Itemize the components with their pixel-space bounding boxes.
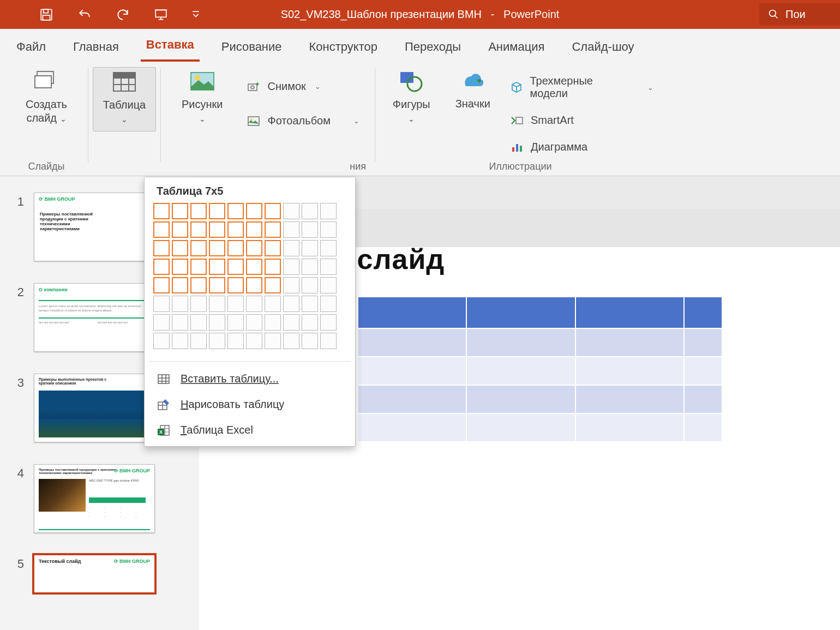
tab-insert[interactable]: Вставка xyxy=(141,33,200,62)
grid-cell[interactable] xyxy=(172,259,188,275)
grid-cell[interactable] xyxy=(246,240,262,256)
undo-icon[interactable] xyxy=(76,7,93,23)
screenshot-button[interactable]: Снимок⌄ xyxy=(244,77,362,96)
grid-cell[interactable] xyxy=(190,240,207,256)
grid-cell[interactable] xyxy=(302,259,318,275)
redo-icon[interactable] xyxy=(115,7,131,23)
insert-table-menuitem[interactable]: Вставить таблицу... xyxy=(145,366,355,392)
grid-cell[interactable] xyxy=(209,314,225,331)
tab-draw[interactable]: Рисование xyxy=(216,35,287,62)
tab-animations[interactable]: Анимация xyxy=(483,35,550,62)
grid-cell[interactable] xyxy=(265,203,281,219)
icons-button[interactable]: Значки xyxy=(447,67,500,157)
grid-cell[interactable] xyxy=(265,277,281,293)
grid-cell[interactable] xyxy=(302,240,318,256)
grid-cell[interactable] xyxy=(153,203,170,219)
grid-cell[interactable] xyxy=(246,259,262,275)
grid-cell[interactable] xyxy=(265,333,281,349)
grid-cell[interactable] xyxy=(283,333,299,349)
grid-cell[interactable] xyxy=(246,314,262,331)
table-size-picker[interactable] xyxy=(145,203,355,357)
grid-cell[interactable] xyxy=(302,333,318,349)
grid-cell[interactable] xyxy=(246,203,262,219)
grid-cell[interactable] xyxy=(172,296,188,312)
grid-cell[interactable] xyxy=(246,221,262,238)
grid-cell[interactable] xyxy=(302,221,318,238)
grid-cell[interactable] xyxy=(227,240,244,256)
grid-cell[interactable] xyxy=(320,259,337,275)
grid-cell[interactable] xyxy=(190,221,207,238)
grid-cell[interactable] xyxy=(265,314,281,331)
grid-cell[interactable] xyxy=(227,221,244,238)
grid-cell[interactable] xyxy=(265,221,281,238)
tab-home[interactable]: Главная xyxy=(68,35,124,62)
tab-slideshow[interactable]: Слайд-шоу xyxy=(566,35,639,62)
grid-cell[interactable] xyxy=(153,314,170,331)
grid-cell[interactable] xyxy=(190,277,207,293)
present-icon[interactable] xyxy=(153,7,169,23)
grid-cell[interactable] xyxy=(153,277,170,293)
grid-cell[interactable] xyxy=(172,221,188,238)
grid-cell[interactable] xyxy=(246,277,262,293)
grid-cell[interactable] xyxy=(209,240,225,256)
grid-cell[interactable] xyxy=(190,203,207,219)
grid-cell[interactable] xyxy=(302,203,318,219)
3d-models-button[interactable]: Трехмерные модели ⌄ xyxy=(508,71,656,103)
grid-cell[interactable] xyxy=(283,259,299,275)
grid-cell[interactable] xyxy=(153,296,170,312)
tab-design[interactable]: Конструктор xyxy=(304,35,383,62)
grid-cell[interactable] xyxy=(153,240,170,256)
grid-cell[interactable] xyxy=(302,314,318,331)
grid-cell[interactable] xyxy=(153,333,170,349)
slide-thumb-4[interactable]: Примеры поставляемой продукции с кратким… xyxy=(34,464,155,533)
grid-cell[interactable] xyxy=(283,314,299,331)
grid-cell[interactable] xyxy=(320,221,337,238)
grid-cell[interactable] xyxy=(227,296,244,312)
chart-button[interactable]: Диаграмма xyxy=(508,137,656,157)
grid-cell[interactable] xyxy=(283,221,299,238)
grid-cell[interactable] xyxy=(227,203,244,219)
grid-cell[interactable] xyxy=(172,277,188,293)
grid-cell[interactable] xyxy=(209,259,225,275)
excel-table-menuitem[interactable]: X Таблица Excel xyxy=(145,417,355,443)
grid-cell[interactable] xyxy=(283,277,299,293)
grid-cell[interactable] xyxy=(209,296,225,312)
grid-cell[interactable] xyxy=(209,277,225,293)
new-slide-button[interactable]: Создать слайд ⌄ xyxy=(20,67,73,128)
grid-cell[interactable] xyxy=(227,314,244,331)
grid-cell[interactable] xyxy=(172,333,188,349)
grid-cell[interactable] xyxy=(209,221,225,238)
grid-cell[interactable] xyxy=(320,240,337,256)
grid-cell[interactable] xyxy=(265,259,281,275)
slide-thumb-1[interactable]: ⟳ BMH GROUP Примеры поставляемой продукц… xyxy=(34,193,155,261)
grid-cell[interactable] xyxy=(283,203,299,219)
search-box[interactable]: Пои xyxy=(759,3,840,25)
grid-cell[interactable] xyxy=(320,277,337,293)
grid-cell[interactable] xyxy=(246,296,262,312)
slide-thumb-3[interactable]: Примеры выполненных проектов с кратким о… xyxy=(34,374,155,442)
grid-cell[interactable] xyxy=(172,240,188,256)
pictures-button[interactable]: Рисунки ⌄ xyxy=(176,67,228,128)
grid-cell[interactable] xyxy=(246,333,262,349)
grid-cell[interactable] xyxy=(190,259,207,275)
grid-cell[interactable] xyxy=(320,333,337,349)
grid-cell[interactable] xyxy=(320,314,337,331)
grid-cell[interactable] xyxy=(190,296,207,312)
draw-table-menuitem[interactable]: Нарисовать таблицу xyxy=(145,392,355,417)
slide-thumb-2[interactable]: О компании Lorem ipsum dolor sit amet co… xyxy=(34,283,155,352)
grid-cell[interactable] xyxy=(320,203,337,219)
tab-file[interactable]: Файл xyxy=(11,35,51,62)
tab-transitions[interactable]: Переходы xyxy=(399,35,466,62)
grid-cell[interactable] xyxy=(283,240,299,256)
grid-cell[interactable] xyxy=(302,277,318,293)
grid-cell[interactable] xyxy=(190,314,207,331)
grid-cell[interactable] xyxy=(265,240,281,256)
smartart-button[interactable]: SmartArt xyxy=(508,111,656,130)
grid-cell[interactable] xyxy=(190,333,207,349)
inserted-table[interactable] xyxy=(357,296,723,442)
qat-customize-icon[interactable] xyxy=(191,7,201,23)
grid-cell[interactable] xyxy=(172,203,188,219)
grid-cell[interactable] xyxy=(283,296,299,312)
slide-thumb-5[interactable]: Текстовый слайд ⟳ BMH GROUP xyxy=(34,555,155,593)
grid-cell[interactable] xyxy=(153,221,170,238)
